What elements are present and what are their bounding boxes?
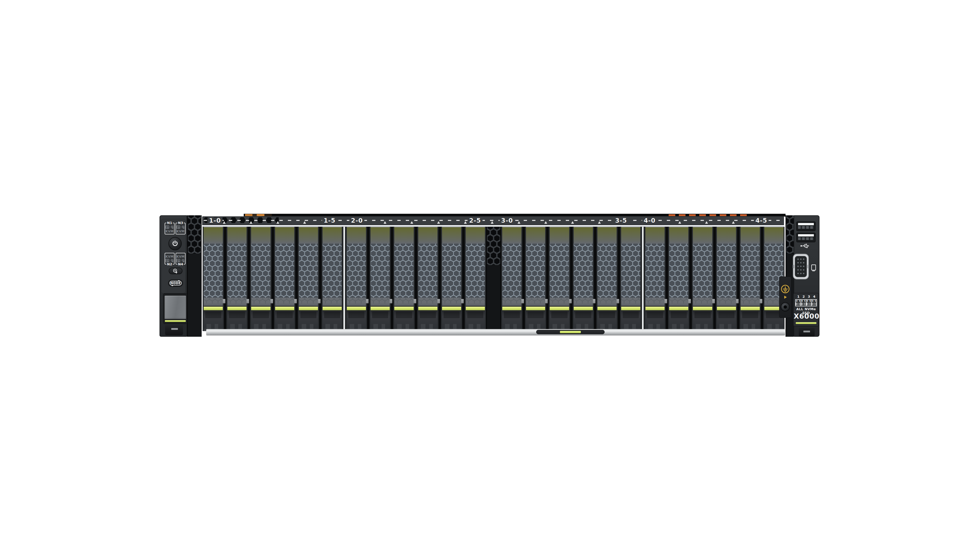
drive-latch[interactable] <box>228 310 247 331</box>
drive-latch[interactable] <box>646 310 665 331</box>
warning-label-partial <box>669 214 749 216</box>
drive-vent-faint <box>275 298 294 303</box>
drive-latch[interactable] <box>526 310 545 331</box>
drive-status-led <box>693 306 712 310</box>
drive-bay[interactable] <box>692 227 713 331</box>
drive-vent-grille <box>597 244 617 298</box>
drive-latch[interactable] <box>418 310 438 331</box>
uid-touch-icon <box>170 225 174 229</box>
scale-cell: 05 <box>796 300 801 306</box>
drive-status-led <box>394 306 414 310</box>
usb-port-1[interactable] <box>796 221 816 231</box>
bay-label: 1-5 <box>322 218 337 224</box>
drive-latch[interactable] <box>347 310 366 331</box>
drive-bay[interactable] <box>620 227 641 331</box>
asset-label-tab[interactable] <box>163 293 188 324</box>
drive-group-2 <box>346 227 486 331</box>
uid-button[interactable] <box>169 268 183 274</box>
drive-bay[interactable] <box>298 227 319 331</box>
drive-bay[interactable] <box>369 227 391 331</box>
group-divider-rail <box>641 227 644 331</box>
kvm-label: KVM <box>165 230 173 233</box>
drive-latch[interactable] <box>394 310 414 331</box>
drive-carrier-top <box>597 227 617 244</box>
scale-cell: 05 <box>811 300 816 306</box>
drive-bay[interactable] <box>226 227 248 331</box>
power-button[interactable] <box>169 237 182 250</box>
drive-latch[interactable] <box>442 310 461 331</box>
drive-latch[interactable] <box>299 310 318 331</box>
drive-latch[interactable] <box>371 310 390 331</box>
drive-latch[interactable] <box>550 310 569 331</box>
drive-carrier-lower <box>597 303 617 306</box>
scale-cell: 05 <box>801 300 807 306</box>
drive-latch[interactable] <box>502 310 522 331</box>
drive-bay[interactable] <box>393 227 414 331</box>
drive-bay[interactable] <box>668 227 689 331</box>
asset-tag-puller[interactable] <box>536 330 605 334</box>
node-indicator-n1: N1 KVM <box>165 223 175 234</box>
drive-vent-grille <box>741 244 760 298</box>
drive-vent-grille <box>550 244 569 298</box>
node-select-button[interactable]: NODE <box>168 279 183 287</box>
drive-bay[interactable] <box>740 227 761 331</box>
drive-bay[interactable] <box>465 227 486 331</box>
drive-carrier-lower <box>275 303 294 306</box>
drive-bay[interactable] <box>549 227 570 331</box>
drive-latch[interactable] <box>621 310 640 331</box>
drive-latch[interactable] <box>574 310 593 331</box>
drive-carrier-lower <box>502 303 522 306</box>
drive-status-led <box>502 306 522 310</box>
drive-carrier-top <box>418 227 438 244</box>
drive-latch[interactable] <box>275 310 294 331</box>
page-background: N1 KVM N3 <box>0 0 980 551</box>
drive-bay[interactable] <box>441 227 462 331</box>
uid-touch-icon <box>172 268 179 273</box>
drive-bay[interactable] <box>250 227 271 331</box>
right-panel-latch[interactable] <box>799 328 815 337</box>
health-waveform-icon <box>177 259 180 262</box>
drive-bay[interactable] <box>716 227 737 331</box>
left-panel-latch[interactable] <box>165 325 183 335</box>
drive-bay[interactable] <box>346 227 367 331</box>
drive-bay[interactable] <box>501 227 522 331</box>
drive-bay[interactable] <box>417 227 438 331</box>
control-panel-face: N1 KVM N3 <box>161 219 186 293</box>
uid-touch-icon <box>170 259 174 262</box>
drive-latch[interactable] <box>323 310 342 331</box>
drive-bay[interactable] <box>573 227 594 331</box>
drive-vent-faint <box>228 298 247 303</box>
drive-latch[interactable] <box>251 310 270 331</box>
drive-latch[interactable] <box>597 310 617 331</box>
bay-label: 2-0 <box>349 218 364 224</box>
drive-carrier-lower <box>717 303 736 306</box>
drive-bay[interactable] <box>525 227 546 331</box>
drive-vent-faint <box>550 298 569 303</box>
drive-bay[interactable] <box>644 227 666 331</box>
drive-latch[interactable] <box>669 310 688 331</box>
drive-latch[interactable] <box>717 310 736 331</box>
drive-latch[interactable] <box>204 310 223 331</box>
drive-bay[interactable] <box>274 227 295 331</box>
chassis-shelf-edge <box>202 225 784 227</box>
drive-bay[interactable] <box>321 227 343 331</box>
drive-carrier-lower <box>371 303 390 306</box>
latch-grip <box>277 324 292 329</box>
latch-grip <box>349 324 364 329</box>
drive-bay[interactable] <box>597 227 617 331</box>
drive-status-led <box>574 306 593 310</box>
drive-vent-grille <box>394 244 414 298</box>
usb-port-2[interactable] <box>796 233 816 242</box>
drive-status-led <box>323 306 342 310</box>
drive-latch[interactable] <box>741 310 760 331</box>
drive-latch[interactable] <box>466 310 485 331</box>
bay-label: 4-5 <box>754 218 769 224</box>
drive-vent-faint <box>526 298 545 303</box>
drive-bay[interactable] <box>203 227 224 331</box>
vga-port[interactable] <box>793 254 809 279</box>
latch-grip <box>468 324 483 329</box>
uid-touch-icon <box>181 225 185 229</box>
drive-status-led <box>466 306 485 310</box>
drive-latch[interactable] <box>693 310 712 331</box>
drive-vent-faint <box>347 298 366 303</box>
